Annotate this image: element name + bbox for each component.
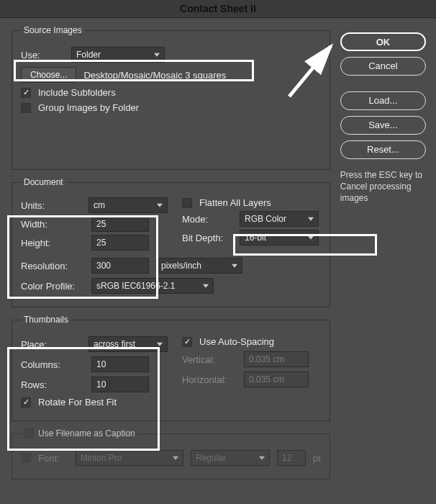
font-size-input: 12 (277, 450, 306, 466)
include-subfolders-row[interactable]: Include Subfolders (21, 87, 321, 98)
caption-checkbox[interactable] (24, 428, 34, 438)
use-label: Use: (21, 50, 64, 60)
width-input[interactable]: 25 (91, 216, 149, 232)
font-family-select: Minion Pro (76, 450, 183, 466)
rotate-label: Rotate For Best Fit (38, 397, 117, 408)
colorprofile-select[interactable]: sRGB IEC61966-2.1 (91, 278, 214, 294)
columns-label: Columns: (21, 359, 84, 370)
rotate-checkbox[interactable] (21, 397, 31, 408)
width-label: Width: (21, 219, 84, 230)
autospacing-checkbox[interactable] (182, 337, 192, 347)
place-select[interactable]: across first (88, 336, 168, 352)
height-input[interactable]: 25 (91, 235, 149, 251)
load-button[interactable]: Load... (340, 91, 426, 110)
resolution-input[interactable]: 300 (91, 258, 149, 274)
horizontal-input: 0.035 cm (244, 372, 309, 387)
bitdepth-select[interactable]: 16-bit (240, 230, 319, 246)
flatten-label: Flatten All Layers (199, 197, 271, 208)
horizontal-label: Horizontal: (182, 374, 237, 385)
place-label: Place: (21, 339, 81, 350)
pt-label: pt (313, 453, 321, 464)
ok-button[interactable]: OK (340, 32, 426, 51)
font-style-select: Regular (191, 450, 270, 466)
flatten-row[interactable]: Flatten All Layers (182, 197, 321, 208)
use-select[interactable]: Folder (71, 47, 165, 63)
caption-legend: Use Filename as Caption (38, 428, 135, 438)
dialog-title: Contact Sheet II (0, 0, 436, 18)
bitdepth-label: Bit Depth: (182, 233, 232, 243)
choose-folder-button[interactable]: Choose... (21, 67, 76, 83)
document-group: Document Units: cm Width: 25 Height: 25 (12, 177, 330, 307)
group-by-folder-label: Group Images by Folder (38, 102, 139, 113)
folder-path: Desktop/Mosaic/Mosaic 3 squares (83, 70, 226, 81)
vertical-label: Vertical: (182, 354, 237, 365)
font-checkbox (21, 453, 31, 463)
rows-input[interactable]: 10 (91, 377, 149, 392)
rows-label: Rows: (21, 379, 84, 390)
thumbnails-group: Thumbnails Place: across first Columns: … (12, 315, 330, 421)
autospacing-label: Use Auto-Spacing (199, 336, 274, 347)
esc-hint: Press the ESC key to Cancel processing i… (340, 169, 426, 204)
source-images-group: Source Images Use: Folder Choose... Desk… (12, 25, 330, 170)
rotate-row[interactable]: Rotate For Best Fit (21, 397, 168, 408)
source-images-legend: Source Images (21, 25, 85, 35)
document-legend: Document (21, 177, 66, 187)
group-by-folder-row[interactable]: Group Images by Folder (21, 102, 321, 113)
vertical-input: 0.035 cm (244, 351, 309, 367)
include-subfolders-label: Include Subfolders (38, 87, 116, 98)
reset-button[interactable]: Reset... (340, 140, 426, 159)
autospacing-row[interactable]: Use Auto-Spacing (182, 336, 321, 347)
columns-input[interactable]: 10 (91, 356, 149, 372)
caption-group: Use Filename as Caption Font: Minion Pro… (12, 428, 330, 480)
flatten-checkbox[interactable] (182, 198, 192, 208)
group-by-folder-checkbox[interactable] (21, 103, 31, 113)
colorprofile-label: Color Profile: (21, 281, 84, 292)
cancel-button[interactable]: Cancel (340, 57, 426, 76)
include-subfolders-checkbox[interactable] (21, 88, 31, 98)
units-select[interactable]: cm (88, 197, 168, 213)
height-label: Height: (21, 238, 84, 248)
font-label: Font: (38, 453, 68, 464)
mode-label: Mode: (182, 214, 232, 225)
resolution-units-select[interactable]: pixels/inch (156, 258, 242, 274)
resolution-label: Resolution: (21, 261, 84, 271)
save-button[interactable]: Save... (340, 116, 426, 135)
mode-select[interactable]: RGB Color (240, 211, 319, 227)
thumbnails-legend: Thumbnails (21, 315, 71, 325)
units-label: Units: (21, 200, 81, 211)
